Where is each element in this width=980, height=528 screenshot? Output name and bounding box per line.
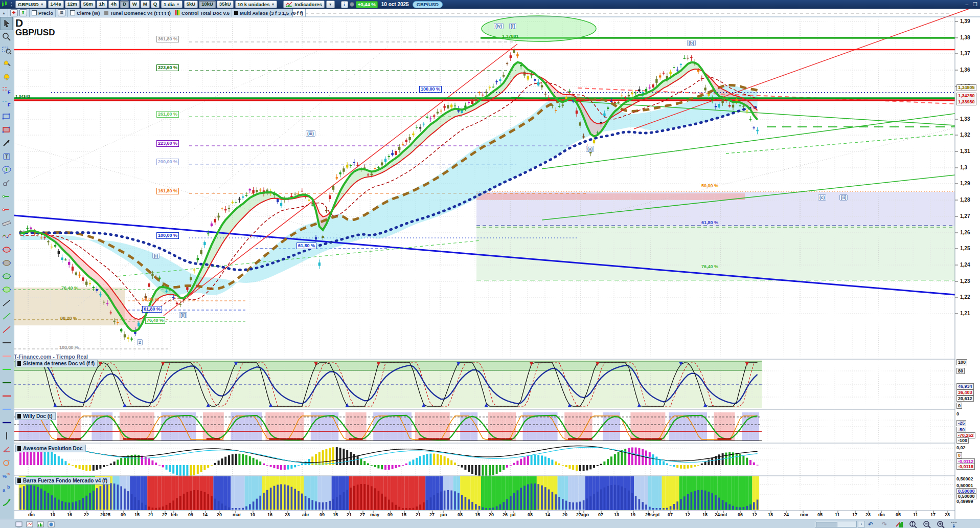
indicators-button[interactable]: Indicadores — [283, 1, 324, 8]
tool-rect-blue-icon[interactable] — [0, 110, 13, 123]
svg-text:F: F — [8, 90, 11, 95]
tool-zoom-icon[interactable] — [0, 30, 13, 43]
tool-text-icon[interactable]: T — [0, 150, 13, 163]
tool-ellipse-green-icon[interactable] — [0, 270, 13, 283]
panel-title-1[interactable]: Sistema de trenes Doc v4 (f f) — [15, 360, 98, 367]
status-bar: › ↶↷ — [0, 519, 980, 528]
price-tag: 1,34805 — [956, 84, 976, 91]
unit-button-5ku[interactable]: 5kU — [184, 1, 198, 8]
zoom-in-icon[interactable] — [937, 520, 945, 527]
tool-percent-icon[interactable]: %% — [0, 469, 13, 482]
price-axis-tick: 1,25 — [960, 246, 970, 251]
svg-text:%: % — [3, 474, 7, 479]
unit-button-10ku[interactable]: 10kU — [199, 1, 216, 8]
minimize-button[interactable]: – — [965, 2, 968, 8]
panel-title-3[interactable]: Awesome Evolution Doc — [15, 445, 86, 452]
tool-hline-navy-icon[interactable] — [0, 416, 13, 429]
timeframe-button-4h[interactable]: 4h — [108, 1, 119, 8]
zoom-out-icon[interactable] — [923, 520, 931, 527]
timeframe-button-144s[interactable]: 144s — [48, 1, 64, 8]
tool-growth-icon[interactable] — [0, 496, 13, 509]
zoom-fit-icon[interactable] — [909, 520, 917, 527]
timeframe-button-m[interactable]: M — [141, 1, 150, 8]
legend-control-total[interactable]: Control Total Doc v.6 — [173, 9, 232, 17]
timeframe-button-12m[interactable]: 12m — [65, 1, 80, 8]
legend-collapse[interactable]: ▲ — [0, 9, 8, 17]
price-label: Precio — [38, 10, 53, 16]
legend-tunel[interactable]: Tunel Domenec v4 (t t t t t) — [102, 9, 173, 17]
chart-settings-icon[interactable] — [895, 520, 903, 527]
tool-cursor-icon[interactable] — [0, 17, 13, 30]
chart-red-icon[interactable] — [26, 520, 34, 527]
unit-button-35ku[interactable]: 35kU — [217, 1, 234, 8]
tool-hline-pink-icon[interactable] — [0, 349, 13, 363]
timeframe-button-56m[interactable]: 56m — [81, 1, 96, 8]
tool-diag-green-icon[interactable] — [0, 310, 13, 323]
tool-vline-icon[interactable] — [0, 429, 13, 443]
list-icon[interactable]: ≣ — [58, 9, 65, 16]
chart-blue-icon[interactable] — [48, 520, 56, 527]
tool-alarm-icon[interactable] — [0, 70, 13, 83]
tool-stub-red-icon[interactable] — [0, 203, 13, 216]
tool-hline-red-icon[interactable] — [0, 389, 13, 403]
legend-multi-avisos[interactable]: Multi Avisos (3 f 3 1,5 70 f f) — [232, 9, 306, 17]
tool-fib-f-icon[interactable]: F — [0, 83, 13, 97]
tool-hline-black-icon[interactable] — [0, 336, 13, 349]
tool-ellipse-lime-icon[interactable] — [0, 283, 13, 296]
time-axis-tick: 13 — [614, 513, 619, 517]
time-axis-tick: 08 — [458, 513, 463, 517]
tool-stub-green-icon[interactable] — [0, 190, 13, 203]
timeframe-button-w[interactable]: W — [130, 1, 140, 8]
period-label: 1 día — [164, 2, 175, 7]
tool-wave-icon[interactable] — [0, 230, 13, 243]
tool-diag-red-icon[interactable] — [0, 323, 13, 336]
tool-trend-arrow-icon[interactable] — [0, 137, 13, 150]
tool-ruler-icon[interactable] — [0, 216, 13, 230]
monitor-icon[interactable] — [15, 520, 24, 527]
tool-text-bubble-icon[interactable]: T — [0, 163, 13, 177]
tool-ellipse-red-icon[interactable] — [0, 243, 13, 256]
tool-zoom-rect-icon[interactable] — [0, 43, 13, 57]
chart-canvas[interactable] — [0, 0, 980, 528]
timeframe-button-1h[interactable]: 1h — [97, 1, 107, 8]
tool-diag-black-icon[interactable] — [0, 296, 13, 310]
h-scrollbar[interactable] — [815, 521, 857, 527]
timeframe-button-d[interactable]: D — [120, 1, 129, 8]
tool-ab-letters-icon[interactable]: ab — [0, 482, 13, 496]
legend-list-button[interactable]: ≣ — [56, 9, 68, 17]
toolbar-grip[interactable] — [11, 2, 14, 8]
tool-pin-icon[interactable] — [0, 177, 13, 190]
h-scrollbar-thumb[interactable] — [816, 522, 837, 527]
tool-hline-ltblue-icon[interactable] — [0, 403, 13, 416]
maximize-button[interactable]: ❒ — [973, 2, 977, 8]
tool-hline-green-icon[interactable] — [0, 363, 13, 376]
timeframe-button-q[interactable]: Q — [151, 1, 159, 8]
units-select[interactable]: 10 k unidades ▼ — [235, 1, 278, 8]
close-w-checkbox[interactable] — [70, 10, 75, 15]
tool-angle-icon[interactable] — [0, 443, 13, 456]
symbol-select[interactable]: GBPUSD ▼ — [15, 1, 47, 8]
price-axis-tick: 1,39 — [960, 19, 970, 24]
info-icon[interactable]: i — [341, 1, 348, 8]
tool-hline-darkgreen-icon[interactable] — [0, 376, 13, 389]
tool-rect-red-icon[interactable] — [0, 123, 13, 137]
indicators-caret[interactable]: ▼ — [326, 1, 335, 8]
panel-title-4[interactable]: Barra Fuerza Fondo Mercado v4 (f) — [15, 477, 110, 485]
scroll-right-button[interactable]: › — [858, 521, 865, 527]
svg-text:%: % — [7, 472, 10, 476]
redo-icon[interactable]: ↷ — [881, 520, 890, 527]
svg-text:a: a — [3, 488, 6, 493]
add-indicator-icon[interactable]: ⬆ — [19, 9, 27, 16]
tool-ellipse-brown-icon[interactable] — [0, 256, 13, 270]
tool-circle-plus-icon[interactable]: + — [0, 456, 13, 469]
panel-title-2[interactable]: Willy Doc (t) — [15, 412, 56, 420]
undo-icon[interactable]: ↶ — [868, 520, 876, 527]
scroll-dots-icon[interactable] — [950, 520, 959, 527]
chart-green-icon[interactable] — [37, 520, 45, 527]
add-alert-icon[interactable]: ✚ — [10, 9, 18, 16]
fib-label: 76,40 % — [701, 264, 718, 270]
period-select[interactable]: 1 día ▼ — [161, 1, 183, 8]
tool-alarm-cursor-icon[interactable] — [0, 57, 13, 70]
price-checkbox[interactable] — [32, 10, 37, 15]
tool-dash-f-icon[interactable]: F — [0, 97, 13, 110]
